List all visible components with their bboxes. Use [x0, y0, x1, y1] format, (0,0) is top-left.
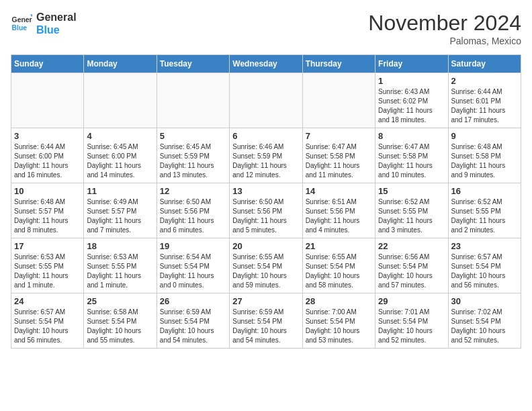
day-number: 10: [14, 186, 81, 196]
day-number: 30: [451, 296, 518, 306]
logo-icon: General Blue: [11, 13, 32, 34]
day-info: Sunrise: 6:48 AMSunset: 5:57 PMDaylight:…: [14, 197, 81, 235]
calendar-cell: 25Sunrise: 6:58 AMSunset: 5:54 PMDayligh…: [84, 293, 157, 349]
week-row-1: 1Sunrise: 6:43 AMSunset: 6:02 PMDaylight…: [11, 73, 521, 128]
day-info: Sunrise: 6:54 AMSunset: 5:54 PMDaylight:…: [160, 253, 226, 290]
column-header-friday: Friday: [375, 55, 448, 73]
day-info: Sunrise: 6:45 AMSunset: 6:00 PMDaylight:…: [87, 142, 153, 180]
day-number: 28: [306, 296, 372, 306]
calendar-cell: 29Sunrise: 7:01 AMSunset: 5:54 PMDayligh…: [375, 293, 448, 349]
calendar-cell: 28Sunrise: 7:00 AMSunset: 5:54 PMDayligh…: [302, 293, 375, 349]
day-number: 7: [306, 131, 372, 141]
day-info: Sunrise: 6:43 AMSunset: 6:02 PMDaylight:…: [378, 87, 445, 125]
calendar-cell: 8Sunrise: 6:47 AMSunset: 5:58 PMDaylight…: [375, 128, 448, 183]
day-number: 19: [160, 241, 226, 251]
day-info: Sunrise: 6:57 AMSunset: 5:54 PMDaylight:…: [14, 308, 81, 345]
day-number: 18: [87, 241, 153, 251]
day-number: 1: [378, 76, 445, 86]
calendar-cell: 7Sunrise: 6:47 AMSunset: 5:58 PMDaylight…: [302, 128, 375, 183]
day-number: 27: [232, 296, 299, 306]
logo-general: General: [36, 11, 77, 24]
day-info: Sunrise: 6:53 AMSunset: 5:55 PMDaylight:…: [87, 253, 153, 290]
calendar-cell: 21Sunrise: 6:55 AMSunset: 5:54 PMDayligh…: [302, 238, 375, 293]
calendar-cell: 2Sunrise: 6:44 AMSunset: 6:01 PMDaylight…: [448, 73, 521, 128]
calendar-cell: 22Sunrise: 6:56 AMSunset: 5:54 PMDayligh…: [375, 238, 448, 293]
column-header-thursday: Thursday: [302, 55, 375, 73]
calendar-cell: 17Sunrise: 6:53 AMSunset: 5:55 PMDayligh…: [11, 238, 84, 293]
calendar-cell: 13Sunrise: 6:50 AMSunset: 5:56 PMDayligh…: [230, 183, 302, 238]
day-info: Sunrise: 6:45 AMSunset: 5:59 PMDaylight:…: [160, 142, 226, 180]
calendar-cell: 23Sunrise: 6:57 AMSunset: 5:54 PMDayligh…: [448, 238, 521, 293]
calendar-header-row: SundayMondayTuesdayWednesdayThursdayFrid…: [11, 55, 521, 73]
calendar-cell: [302, 73, 375, 128]
day-number: 29: [378, 296, 445, 306]
column-header-wednesday: Wednesday: [230, 55, 302, 73]
day-number: 20: [232, 241, 299, 251]
day-number: 6: [232, 131, 299, 141]
week-row-2: 3Sunrise: 6:44 AMSunset: 6:00 PMDaylight…: [11, 128, 521, 183]
calendar-cell: 9Sunrise: 6:48 AMSunset: 5:58 PMDaylight…: [448, 128, 521, 183]
column-header-tuesday: Tuesday: [157, 55, 229, 73]
month-title: November 2024: [368, 11, 521, 36]
day-info: Sunrise: 6:59 AMSunset: 5:54 PMDaylight:…: [160, 308, 226, 345]
calendar-cell: 18Sunrise: 6:53 AMSunset: 5:55 PMDayligh…: [84, 238, 157, 293]
day-info: Sunrise: 6:52 AMSunset: 5:55 PMDaylight:…: [451, 197, 518, 235]
calendar-cell: 26Sunrise: 6:59 AMSunset: 5:54 PMDayligh…: [157, 293, 229, 349]
logo: General Blue General Blue: [11, 11, 77, 36]
day-number: 4: [87, 131, 153, 141]
day-info: Sunrise: 6:51 AMSunset: 5:56 PMDaylight:…: [306, 197, 372, 235]
calendar-cell: 15Sunrise: 6:52 AMSunset: 5:55 PMDayligh…: [375, 183, 448, 238]
day-number: 25: [87, 296, 153, 306]
day-info: Sunrise: 6:52 AMSunset: 5:55 PMDaylight:…: [378, 197, 445, 235]
calendar-cell: 1Sunrise: 6:43 AMSunset: 6:02 PMDaylight…: [375, 73, 448, 128]
day-info: Sunrise: 6:44 AMSunset: 6:00 PMDaylight:…: [14, 142, 81, 180]
day-number: 8: [378, 131, 445, 141]
location: Palomas, Mexico: [368, 36, 521, 46]
calendar-cell: 24Sunrise: 6:57 AMSunset: 5:54 PMDayligh…: [11, 293, 84, 349]
day-number: 11: [87, 186, 153, 196]
day-info: Sunrise: 6:47 AMSunset: 5:58 PMDaylight:…: [306, 142, 372, 180]
day-info: Sunrise: 6:53 AMSunset: 5:55 PMDaylight:…: [14, 253, 81, 290]
calendar-cell: 3Sunrise: 6:44 AMSunset: 6:00 PMDaylight…: [11, 128, 84, 183]
calendar-cell: [157, 73, 229, 128]
day-number: 9: [451, 131, 518, 141]
svg-text:General: General: [12, 17, 32, 24]
day-info: Sunrise: 6:56 AMSunset: 5:54 PMDaylight:…: [378, 253, 445, 290]
calendar-cell: 10Sunrise: 6:48 AMSunset: 5:57 PMDayligh…: [11, 183, 84, 238]
day-number: 2: [451, 76, 518, 86]
day-info: Sunrise: 6:59 AMSunset: 5:54 PMDaylight:…: [232, 308, 299, 345]
day-info: Sunrise: 6:55 AMSunset: 5:54 PMDaylight:…: [306, 253, 372, 290]
day-info: Sunrise: 6:46 AMSunset: 5:59 PMDaylight:…: [232, 142, 299, 180]
day-info: Sunrise: 6:48 AMSunset: 5:58 PMDaylight:…: [451, 142, 518, 180]
week-row-5: 24Sunrise: 6:57 AMSunset: 5:54 PMDayligh…: [11, 293, 521, 349]
day-number: 14: [306, 186, 372, 196]
day-info: Sunrise: 7:00 AMSunset: 5:54 PMDaylight:…: [306, 308, 372, 345]
day-info: Sunrise: 6:50 AMSunset: 5:56 PMDaylight:…: [232, 197, 299, 235]
calendar-cell: 14Sunrise: 6:51 AMSunset: 5:56 PMDayligh…: [302, 183, 375, 238]
calendar-cell: 20Sunrise: 6:55 AMSunset: 5:54 PMDayligh…: [230, 238, 302, 293]
calendar-cell: [11, 73, 84, 128]
week-row-4: 17Sunrise: 6:53 AMSunset: 5:55 PMDayligh…: [11, 238, 521, 293]
calendar-cell: 16Sunrise: 6:52 AMSunset: 5:55 PMDayligh…: [448, 183, 521, 238]
day-number: 12: [160, 186, 226, 196]
day-number: 16: [451, 186, 518, 196]
calendar-cell: 19Sunrise: 6:54 AMSunset: 5:54 PMDayligh…: [157, 238, 229, 293]
column-header-monday: Monday: [84, 55, 157, 73]
day-number: 24: [14, 296, 81, 306]
day-number: 3: [14, 131, 81, 141]
calendar-cell: 6Sunrise: 6:46 AMSunset: 5:59 PMDaylight…: [230, 128, 302, 183]
calendar-cell: 30Sunrise: 7:02 AMSunset: 5:54 PMDayligh…: [448, 293, 521, 349]
day-number: 26: [160, 296, 226, 306]
day-info: Sunrise: 7:01 AMSunset: 5:54 PMDaylight:…: [378, 308, 445, 345]
day-number: 13: [232, 186, 299, 196]
calendar-cell: 27Sunrise: 6:59 AMSunset: 5:54 PMDayligh…: [230, 293, 302, 349]
day-info: Sunrise: 6:44 AMSunset: 6:01 PMDaylight:…: [451, 87, 518, 125]
calendar-cell: 11Sunrise: 6:49 AMSunset: 5:57 PMDayligh…: [84, 183, 157, 238]
calendar-cell: [230, 73, 302, 128]
week-row-3: 10Sunrise: 6:48 AMSunset: 5:57 PMDayligh…: [11, 183, 521, 238]
calendar-cell: 12Sunrise: 6:50 AMSunset: 5:56 PMDayligh…: [157, 183, 229, 238]
day-number: 23: [451, 241, 518, 251]
logo-blue: Blue: [36, 24, 77, 36]
day-number: 22: [378, 241, 445, 251]
day-info: Sunrise: 6:50 AMSunset: 5:56 PMDaylight:…: [160, 197, 226, 235]
